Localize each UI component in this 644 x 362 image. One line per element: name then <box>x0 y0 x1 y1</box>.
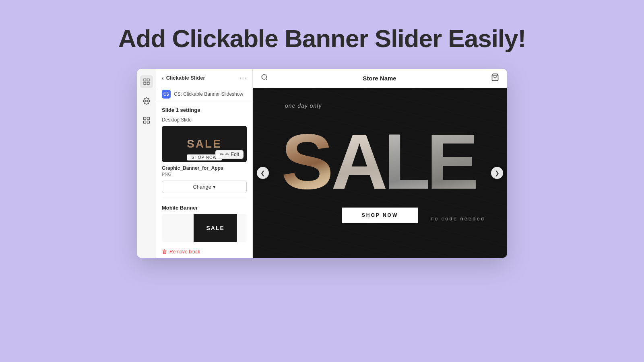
store-topbar: Store Name <box>253 69 507 88</box>
divider <box>162 199 247 199</box>
svg-rect-6 <box>147 117 149 120</box>
svg-point-4 <box>145 100 147 102</box>
settings-body: Slide 1 settings Desktop Slide SALE SHOP… <box>156 101 252 258</box>
remove-block-button[interactable]: 🗑 Remove block <box>162 247 200 256</box>
sale-letters-row: S A L E <box>283 123 477 200</box>
app-name: CS: Clickable Banner Slideshow <box>174 91 243 97</box>
edit-label: ✏ Edit <box>225 152 239 157</box>
preview-sale-text: SALE <box>187 138 222 150</box>
settings-panel-title: Clickable Slider <box>166 75 205 81</box>
banner-center-content: S A L E SHOP NOW <box>253 88 507 258</box>
mobile-sale-text: SALE <box>206 225 224 231</box>
edit-button[interactable]: ✏ ✏ Edit <box>215 150 244 159</box>
banner-prev-button[interactable]: ❮ <box>257 167 269 179</box>
banner-sale-area: one day only no code needed S A L <box>253 88 507 258</box>
sidebar-icons <box>137 69 156 258</box>
one-day-only-text: one day only <box>285 103 322 109</box>
app-badge: CS CS: Clickable Banner Slideshow <box>156 87 252 101</box>
svg-rect-2 <box>147 82 149 84</box>
ui-container: ‹ Clickable Slider ··· CS CS: Clickable … <box>137 69 507 258</box>
no-code-needed-text: no code needed <box>431 216 485 222</box>
letter-l: L <box>388 123 428 200</box>
shop-now-button[interactable]: SHOP NOW <box>342 208 418 223</box>
letter-s-cell: S <box>283 123 332 200</box>
settings-header-left: ‹ Clickable Slider <box>162 75 205 81</box>
mobile-preview-right <box>237 214 247 242</box>
svg-rect-0 <box>144 79 146 81</box>
store-preview: Store Name one day only no code needed <box>253 69 507 258</box>
change-button-label: Change ▾ <box>193 184 215 190</box>
trash-icon: 🗑 <box>162 249 167 255</box>
letter-e: E <box>429 123 477 200</box>
mobile-preview-inner: SALE <box>194 214 237 242</box>
store-search-icon[interactable] <box>261 74 268 83</box>
store-cart-icon[interactable] <box>491 73 499 83</box>
letter-e-cell: E <box>429 123 477 200</box>
more-options-button[interactable]: ··· <box>239 74 247 82</box>
slide-settings-title: Slide 1 settings <box>162 107 247 113</box>
app-icon: CS <box>162 90 171 99</box>
svg-rect-3 <box>144 82 146 84</box>
svg-rect-8 <box>147 121 149 123</box>
desktop-slide-preview: SALE SHOP NOW ✏ ✏ Edit <box>162 126 247 162</box>
edit-icon: ✏ <box>220 152 224 157</box>
svg-rect-7 <box>143 121 146 123</box>
next-icon: ❯ <box>495 170 500 176</box>
svg-line-10 <box>266 78 267 80</box>
file-name: Graphic_Banner_for_Apps <box>162 165 247 171</box>
letter-l-cell: L <box>388 123 428 200</box>
letter-s: S <box>283 123 332 200</box>
banner-area: one day only no code needed S A L <box>253 88 507 258</box>
svg-rect-5 <box>143 117 146 120</box>
settings-panel: ‹ Clickable Slider ··· CS CS: Clickable … <box>156 69 253 258</box>
remove-block-label: Remove block <box>169 249 200 255</box>
mobile-banner-label: Mobile Banner <box>162 205 247 211</box>
change-button[interactable]: Change ▾ <box>162 181 247 193</box>
store-name: Store Name <box>363 75 396 82</box>
banner-next-button[interactable]: ❯ <box>491 167 503 179</box>
back-button[interactable]: ‹ <box>162 75 164 81</box>
settings-header: ‹ Clickable Slider ··· <box>156 69 252 87</box>
svg-point-9 <box>262 74 266 79</box>
sidebar-item-layout[interactable] <box>140 75 153 88</box>
desktop-slide-label: Desktop Slide <box>162 117 247 123</box>
shop-now-label: SHOP NOW <box>362 212 398 218</box>
page-title: Add Clickable Banner Slider Easily! <box>118 24 526 53</box>
svg-rect-1 <box>147 79 149 81</box>
file-type: PNG <box>162 172 247 177</box>
prev-icon: ❮ <box>260 170 265 176</box>
letter-a: A <box>332 123 387 200</box>
letter-a-cell: A <box>332 123 387 200</box>
mobile-banner-preview: SALE <box>162 214 247 242</box>
mobile-preview-left <box>162 214 194 242</box>
sidebar-item-apps[interactable] <box>140 114 153 127</box>
sidebar-item-settings[interactable] <box>140 95 153 107</box>
